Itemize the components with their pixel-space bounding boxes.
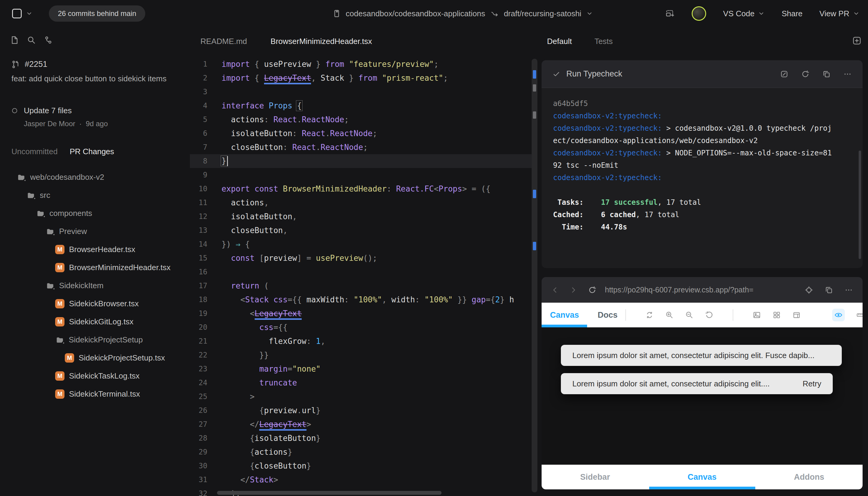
tree-item-file[interactable]: MBrowserHeader.tsx: [0, 240, 190, 258]
panel-tab-tests[interactable]: Tests: [594, 37, 613, 46]
commits-behind-badge[interactable]: 26 commits behind main: [49, 5, 145, 22]
stack-icon[interactable]: [792, 311, 801, 319]
version-control-icon[interactable]: [44, 35, 53, 45]
code-line[interactable]: 28 {isolateButton}: [190, 431, 542, 445]
code-line[interactable]: 4interface Props {: [190, 99, 542, 113]
bottom-tab-addons[interactable]: Addons: [755, 472, 863, 482]
target-icon[interactable]: [805, 286, 813, 294]
repo-name[interactable]: codesandbox/codesandbox-applications: [346, 9, 485, 18]
code-line[interactable]: 11 actions,: [190, 196, 542, 210]
code-line[interactable]: 3: [190, 85, 542, 99]
tree-item-folder[interactable]: src: [0, 186, 190, 204]
branch-chevron-down-icon[interactable]: [586, 10, 593, 17]
back-icon[interactable]: [551, 286, 559, 294]
code-line[interactable]: 25 >: [190, 390, 542, 404]
code-line[interactable]: 18 <Stack css={{ maxWidth: "100%", width…: [190, 293, 542, 307]
code-line[interactable]: 30 {closeButton}: [190, 459, 542, 473]
tree-item-file[interactable]: MSidekickTerminal.tsx: [0, 385, 190, 403]
duplicate-icon[interactable]: [822, 70, 830, 78]
refresh-icon[interactable]: [588, 286, 596, 294]
refresh-icon[interactable]: [801, 70, 809, 78]
code-line[interactable]: 10export const BrowserMinimizedHeader: R…: [190, 182, 542, 196]
screenshare-icon[interactable]: [664, 9, 675, 18]
ruler-icon[interactable]: [856, 311, 863, 319]
clear-icon[interactable]: [780, 70, 789, 78]
tab-docs[interactable]: Docs: [598, 310, 617, 320]
zoom-in-icon[interactable]: [665, 311, 674, 319]
image-icon[interactable]: [752, 311, 761, 319]
tab-canvas[interactable]: Canvas: [550, 310, 579, 320]
code-area[interactable]: 1import { usePreview } from "features/pr…: [190, 57, 542, 496]
workspace-chevron-down-icon[interactable]: [26, 10, 32, 17]
search-icon[interactable]: [27, 35, 36, 45]
code-line[interactable]: 19 <LegacyText: [190, 307, 542, 321]
line-number: 2: [190, 74, 207, 82]
tree-item-file[interactable]: MSidekickBrowser.tsx: [0, 295, 190, 313]
app-logo[interactable]: [12, 9, 22, 18]
code-line[interactable]: 16: [190, 265, 542, 279]
editor-tab[interactable]: README.md: [200, 37, 247, 46]
more-icon[interactable]: [844, 286, 853, 294]
tree-item-folder[interactable]: Preview: [0, 222, 190, 240]
code-line[interactable]: 26 {preview.url}: [190, 404, 542, 417]
code-line[interactable]: 9: [190, 168, 542, 182]
code-line[interactable]: 23 margin="none": [190, 362, 542, 376]
code-line[interactable]: 31 </Stack>: [190, 473, 542, 487]
code-line[interactable]: 24 truncate: [190, 376, 542, 390]
code-line[interactable]: 20 css={{: [190, 321, 542, 334]
code-line[interactable]: 21 flexGrow: 1,: [190, 334, 542, 348]
forward-icon[interactable]: [569, 286, 577, 294]
retry-button[interactable]: Retry: [803, 379, 821, 388]
panel-tab-default[interactable]: Default: [547, 37, 572, 46]
tree-item-file[interactable]: MSidekickTaskLog.tsx: [0, 367, 190, 385]
editor-tab[interactable]: BrowserMinimizedHeader.tsx: [271, 37, 372, 46]
duplicate-icon[interactable]: [825, 286, 833, 294]
code-line[interactable]: 17 return (: [190, 279, 542, 293]
add-panel-icon[interactable]: [852, 36, 862, 45]
bottom-tab-sidebar[interactable]: Sidebar: [542, 472, 648, 482]
tree-item-file[interactable]: MSidekickGitLog.tsx: [0, 313, 190, 331]
editor-vertical-scrollbar[interactable]: [532, 59, 537, 492]
url-input[interactable]: https://po29hq-6007.preview.csb.app/?pat…: [605, 285, 799, 294]
code-line[interactable]: 7 closeButton: React.ReactNode;: [190, 140, 542, 154]
sync-icon[interactable]: [645, 311, 654, 319]
folder-icon: [45, 282, 55, 290]
code-line[interactable]: 5 actions: React.ReactNode;: [190, 113, 542, 126]
tree-item-folder[interactable]: components: [0, 204, 190, 222]
bottom-tab-canvas[interactable]: Canvas: [648, 472, 755, 482]
files-icon[interactable]: [10, 35, 19, 45]
branch-name[interactable]: draft/recursing-satoshi: [504, 9, 581, 18]
tree-item-file[interactable]: MBrowserMinimizedHeader.tsx: [0, 258, 190, 277]
code-line[interactable]: 22 }}: [190, 348, 542, 362]
code-line[interactable]: 12 isolateButton,: [190, 210, 542, 223]
tree-item-folder[interactable]: web/codesandbox-v2: [0, 168, 190, 186]
tree-item-file[interactable]: MSidekickProjectSetup.tsx: [0, 349, 190, 367]
code-line[interactable]: 8}: [190, 154, 532, 168]
zoom-out-icon[interactable]: [685, 311, 693, 319]
code-line[interactable]: 6 isolateButton: React.ReactNode;: [190, 126, 542, 140]
preview-canvas[interactable]: Lorem ipsum dolor sit amet, consectetur …: [542, 327, 863, 465]
tab-pr-changes[interactable]: PR Changes: [70, 147, 114, 156]
code-line[interactable]: 2import { LegacyText, Stack } from "pris…: [190, 71, 542, 85]
share-button[interactable]: Share: [781, 9, 802, 18]
code-line[interactable]: 14}) ⇒ {: [190, 237, 542, 251]
vscode-menu-button[interactable]: VS Code: [723, 9, 765, 18]
code-line[interactable]: 13 closeButton,: [190, 223, 542, 237]
grid-icon[interactable]: [773, 311, 781, 319]
view-pr-button[interactable]: View PR: [820, 9, 859, 18]
commit-entry[interactable]: Update 7 files Jasper De Moor · 9d ago: [12, 106, 108, 128]
code-line[interactable]: 27 </LegacyText>: [190, 417, 542, 431]
avatar[interactable]: [692, 6, 706, 21]
tree-item-folder[interactable]: SidekickProjectSetup: [0, 331, 190, 349]
tree-item-folder[interactable]: SidekickItem: [0, 277, 190, 295]
eye-icon[interactable]: [832, 309, 845, 321]
editor-horizontal-scrollbar[interactable]: [217, 491, 442, 495]
reset-zoom-icon[interactable]: [705, 311, 713, 319]
tab-uncommitted[interactable]: Uncommitted: [12, 147, 58, 156]
more-icon[interactable]: [843, 70, 852, 78]
code-line[interactable]: 29 {actions}: [190, 445, 542, 459]
pr-number[interactable]: #2251: [25, 60, 47, 69]
code-line[interactable]: 15 const [preview] = usePreview();: [190, 251, 542, 265]
terminal-scrollbar[interactable]: [859, 151, 861, 259]
code-line[interactable]: 1import { usePreview } from "features/pr…: [190, 57, 542, 71]
